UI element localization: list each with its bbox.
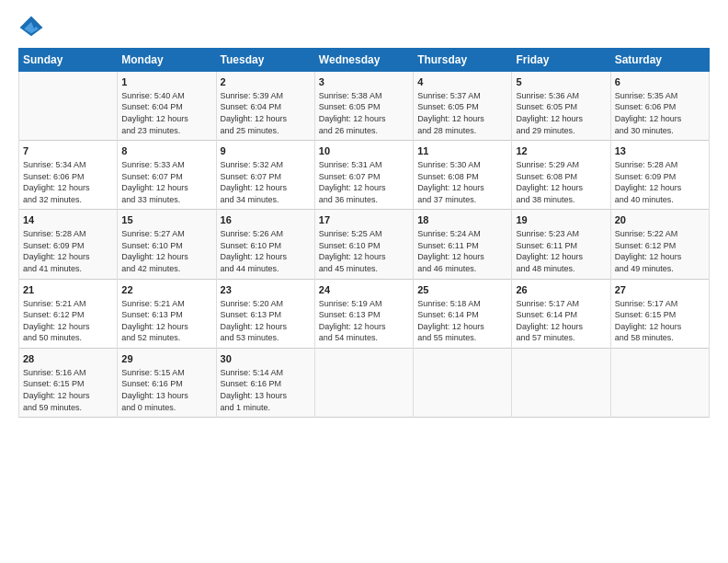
day-number: 7: [23, 144, 113, 158]
calendar-cell: 7Sunrise: 5:34 AM Sunset: 6:06 PM Daylig…: [19, 141, 118, 210]
calendar-cell: [512, 348, 610, 417]
cell-content: Sunrise: 5:28 AM Sunset: 6:09 PM Dayligh…: [23, 228, 113, 274]
calendar-cell: 25Sunrise: 5:18 AM Sunset: 6:14 PM Dayli…: [414, 279, 512, 348]
day-number: 19: [516, 213, 606, 227]
calendar-header-row: SundayMondayTuesdayWednesdayThursdayFrid…: [19, 49, 710, 72]
day-number: 27: [615, 283, 705, 297]
calendar-cell: 17Sunrise: 5:25 AM Sunset: 6:10 PM Dayli…: [314, 210, 413, 279]
cell-content: Sunrise: 5:21 AM Sunset: 6:12 PM Dayligh…: [23, 298, 113, 344]
day-number: 24: [319, 283, 409, 297]
calendar-cell: 26Sunrise: 5:17 AM Sunset: 6:14 PM Dayli…: [512, 279, 610, 348]
cell-content: Sunrise: 5:27 AM Sunset: 6:10 PM Dayligh…: [121, 228, 211, 274]
day-number: 28: [23, 352, 113, 366]
cell-content: Sunrise: 5:34 AM Sunset: 6:06 PM Dayligh…: [23, 159, 113, 205]
day-number: 25: [417, 283, 507, 297]
cell-content: Sunrise: 5:24 AM Sunset: 6:11 PM Dayligh…: [417, 228, 507, 274]
column-header-monday: Monday: [118, 49, 216, 72]
day-number: 15: [121, 213, 211, 227]
day-number: 30: [221, 352, 311, 366]
calendar-cell: 22Sunrise: 5:21 AM Sunset: 6:13 PM Dayli…: [118, 279, 216, 348]
calendar-cell: [19, 72, 118, 141]
calendar-week-row: 28Sunrise: 5:16 AM Sunset: 6:15 PM Dayli…: [19, 348, 710, 417]
column-header-friday: Friday: [512, 49, 610, 72]
calendar-week-row: 21Sunrise: 5:21 AM Sunset: 6:12 PM Dayli…: [19, 279, 710, 348]
calendar-cell: [314, 348, 413, 417]
cell-content: Sunrise: 5:33 AM Sunset: 6:07 PM Dayligh…: [121, 159, 211, 205]
day-number: 12: [516, 144, 606, 158]
calendar-cell: 9Sunrise: 5:32 AM Sunset: 6:07 PM Daylig…: [216, 141, 314, 210]
day-number: 5: [516, 75, 606, 89]
day-number: 11: [417, 144, 507, 158]
calendar-cell: [610, 348, 709, 417]
calendar-cell: 30Sunrise: 5:14 AM Sunset: 6:16 PM Dayli…: [216, 348, 314, 417]
calendar-cell: 1Sunrise: 5:40 AM Sunset: 6:04 PM Daylig…: [118, 72, 216, 141]
cell-content: Sunrise: 5:32 AM Sunset: 6:07 PM Dayligh…: [221, 159, 311, 205]
page-header: [18, 15, 710, 40]
calendar-cell: 5Sunrise: 5:36 AM Sunset: 6:05 PM Daylig…: [512, 72, 610, 141]
cell-content: Sunrise: 5:14 AM Sunset: 6:16 PM Dayligh…: [221, 367, 311, 413]
calendar-week-row: 14Sunrise: 5:28 AM Sunset: 6:09 PM Dayli…: [19, 210, 710, 279]
calendar-cell: 23Sunrise: 5:20 AM Sunset: 6:13 PM Dayli…: [216, 279, 314, 348]
day-number: 3: [319, 75, 409, 89]
calendar-week-row: 7Sunrise: 5:34 AM Sunset: 6:06 PM Daylig…: [19, 141, 710, 210]
calendar-cell: 16Sunrise: 5:26 AM Sunset: 6:10 PM Dayli…: [216, 210, 314, 279]
calendar-cell: 24Sunrise: 5:19 AM Sunset: 6:13 PM Dayli…: [314, 279, 413, 348]
column-header-sunday: Sunday: [19, 49, 118, 72]
day-number: 21: [23, 283, 113, 297]
day-number: 29: [121, 352, 211, 366]
cell-content: Sunrise: 5:38 AM Sunset: 6:05 PM Dayligh…: [319, 90, 409, 136]
calendar-cell: 27Sunrise: 5:17 AM Sunset: 6:15 PM Dayli…: [610, 279, 709, 348]
day-number: 26: [516, 283, 606, 297]
column-header-wednesday: Wednesday: [314, 49, 413, 72]
cell-content: Sunrise: 5:31 AM Sunset: 6:07 PM Dayligh…: [319, 159, 409, 205]
cell-content: Sunrise: 5:19 AM Sunset: 6:13 PM Dayligh…: [319, 298, 409, 344]
day-number: 6: [615, 75, 705, 89]
column-header-tuesday: Tuesday: [216, 49, 314, 72]
cell-content: Sunrise: 5:16 AM Sunset: 6:15 PM Dayligh…: [23, 367, 113, 413]
cell-content: Sunrise: 5:37 AM Sunset: 6:05 PM Dayligh…: [417, 90, 507, 136]
cell-content: Sunrise: 5:28 AM Sunset: 6:09 PM Dayligh…: [615, 159, 705, 205]
cell-content: Sunrise: 5:15 AM Sunset: 6:16 PM Dayligh…: [121, 367, 211, 413]
day-number: 14: [23, 213, 113, 227]
calendar-cell: 28Sunrise: 5:16 AM Sunset: 6:15 PM Dayli…: [19, 348, 118, 417]
day-number: 17: [319, 213, 409, 227]
cell-content: Sunrise: 5:21 AM Sunset: 6:13 PM Dayligh…: [121, 298, 211, 344]
cell-content: Sunrise: 5:25 AM Sunset: 6:10 PM Dayligh…: [319, 228, 409, 274]
calendar-table: SundayMondayTuesdayWednesdayThursdayFrid…: [18, 48, 710, 418]
cell-content: Sunrise: 5:23 AM Sunset: 6:11 PM Dayligh…: [516, 228, 606, 274]
cell-content: Sunrise: 5:17 AM Sunset: 6:15 PM Dayligh…: [615, 298, 705, 344]
day-number: 18: [417, 213, 507, 227]
cell-content: Sunrise: 5:40 AM Sunset: 6:04 PM Dayligh…: [121, 90, 211, 136]
calendar-cell: 18Sunrise: 5:24 AM Sunset: 6:11 PM Dayli…: [414, 210, 512, 279]
calendar-cell: 3Sunrise: 5:38 AM Sunset: 6:05 PM Daylig…: [314, 72, 413, 141]
cell-content: Sunrise: 5:26 AM Sunset: 6:10 PM Dayligh…: [221, 228, 311, 274]
cell-content: Sunrise: 5:20 AM Sunset: 6:13 PM Dayligh…: [221, 298, 311, 344]
calendar-cell: 20Sunrise: 5:22 AM Sunset: 6:12 PM Dayli…: [610, 210, 709, 279]
calendar-cell: 2Sunrise: 5:39 AM Sunset: 6:04 PM Daylig…: [216, 72, 314, 141]
cell-content: Sunrise: 5:29 AM Sunset: 6:08 PM Dayligh…: [516, 159, 606, 205]
day-number: 10: [319, 144, 409, 158]
logo-icon: [18, 15, 44, 40]
cell-content: Sunrise: 5:30 AM Sunset: 6:08 PM Dayligh…: [417, 159, 507, 205]
cell-content: Sunrise: 5:35 AM Sunset: 6:06 PM Dayligh…: [615, 90, 705, 136]
day-number: 13: [615, 144, 705, 158]
calendar-cell: 11Sunrise: 5:30 AM Sunset: 6:08 PM Dayli…: [414, 141, 512, 210]
day-number: 2: [221, 75, 311, 89]
calendar-cell: [414, 348, 512, 417]
day-number: 1: [121, 75, 211, 89]
logo: [18, 15, 46, 40]
calendar-cell: 14Sunrise: 5:28 AM Sunset: 6:09 PM Dayli…: [19, 210, 118, 279]
calendar-cell: 29Sunrise: 5:15 AM Sunset: 6:16 PM Dayli…: [118, 348, 216, 417]
calendar-cell: 15Sunrise: 5:27 AM Sunset: 6:10 PM Dayli…: [118, 210, 216, 279]
calendar-cell: 13Sunrise: 5:28 AM Sunset: 6:09 PM Dayli…: [610, 141, 709, 210]
cell-content: Sunrise: 5:18 AM Sunset: 6:14 PM Dayligh…: [417, 298, 507, 344]
day-number: 16: [221, 213, 311, 227]
day-number: 22: [121, 283, 211, 297]
day-number: 9: [221, 144, 311, 158]
cell-content: Sunrise: 5:39 AM Sunset: 6:04 PM Dayligh…: [221, 90, 311, 136]
day-number: 8: [121, 144, 211, 158]
calendar-cell: 8Sunrise: 5:33 AM Sunset: 6:07 PM Daylig…: [118, 141, 216, 210]
cell-content: Sunrise: 5:36 AM Sunset: 6:05 PM Dayligh…: [516, 90, 606, 136]
calendar-cell: 21Sunrise: 5:21 AM Sunset: 6:12 PM Dayli…: [19, 279, 118, 348]
calendar-cell: 10Sunrise: 5:31 AM Sunset: 6:07 PM Dayli…: [314, 141, 413, 210]
